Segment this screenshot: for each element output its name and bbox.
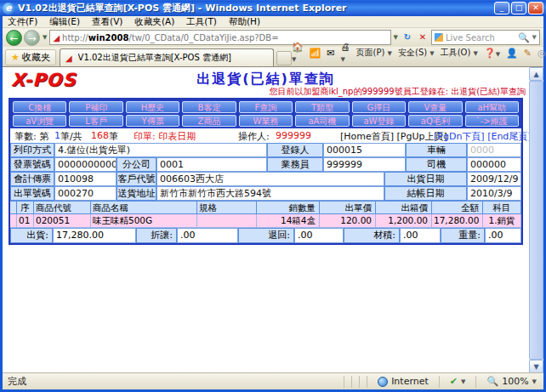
- btn-voucher[interactable]: Y傳票: [126, 115, 179, 127]
- print-icon[interactable]: 🖨▼: [341, 42, 350, 64]
- btn-pick-date[interactable]: G擇日: [352, 101, 406, 113]
- active-tab[interactable]: ◢ V1.02出退貨已結單查詢[X-POS 雲通網]: [60, 48, 274, 66]
- driver-field[interactable]: 000000: [467, 157, 521, 172]
- total-discount-label: 折讓:: [136, 228, 177, 243]
- zoom-dropdown-icon[interactable]: ▼: [532, 378, 537, 385]
- forward-button[interactable]: →: [24, 30, 40, 46]
- btn-browse[interactable]: aV浏覽: [13, 115, 66, 127]
- ship-date-label: 出貨日期: [384, 172, 467, 186]
- home-icon[interactable]: 🏠▼: [292, 42, 304, 64]
- close-date-field[interactable]: 2010/3/9: [467, 186, 521, 201]
- vertical-scrollbar[interactable]: ▲ ▼: [529, 67, 543, 372]
- record-total: 168: [91, 130, 109, 141]
- voucher-field[interactable]: 010098: [54, 172, 117, 186]
- btn-reprint[interactable]: P補印: [69, 101, 122, 113]
- zoom-level: 100%: [502, 376, 528, 387]
- window-title: V1.02出退貨已結單查詢[X-POS 雲通網] - Windows Inter…: [18, 2, 494, 14]
- btn-history[interactable]: H歷史: [126, 101, 179, 113]
- btn-driver[interactable]: aA司機: [295, 115, 349, 127]
- cell-qty: 14箱4盒: [257, 214, 320, 228]
- menu-tools[interactable]: 工具(T): [186, 16, 217, 28]
- url-text: http://win2008/tw/0_CData/0_CDataYiJie.a…: [62, 33, 278, 43]
- addon-circle-icon[interactable]: ◎: [537, 48, 546, 59]
- operator-label: 操作人:: [238, 130, 270, 143]
- login-user-field[interactable]: 000015: [323, 143, 406, 157]
- menu-edit[interactable]: 编辑(E): [49, 16, 80, 28]
- branch-field[interactable]: 0001: [156, 157, 267, 172]
- customer-code-label: 客戶代號: [117, 172, 156, 186]
- new-tab-stub[interactable]: [276, 51, 292, 65]
- driver-label: 司機: [406, 157, 467, 172]
- order-no-field[interactable]: 000270: [54, 186, 117, 201]
- address-dropdown-icon[interactable]: ▼: [394, 34, 398, 41]
- btn-customer-set[interactable]: B客定: [182, 101, 236, 113]
- cell-box-price: 1,200.00: [376, 214, 432, 228]
- minimize-button[interactable]: _: [494, 2, 509, 14]
- page-favicon-icon: ◢: [53, 33, 60, 43]
- btn-query[interactable]: F查詢: [239, 101, 293, 113]
- ship-date-field[interactable]: 2009/12/9: [467, 172, 521, 186]
- scroll-up-icon[interactable]: ▲: [529, 67, 543, 81]
- menu-bar: 文件(F) 编辑(E) 查看(V) 收藏夹(A) 工具(T) 帮助(H): [3, 16, 543, 28]
- tab-bar: ★ 收藏夹 ◢ V1.02出退貨已結單查詢[X-POS 雲通網] 🏠▼ 📶 ✉ …: [3, 47, 543, 66]
- menu-file[interactable]: 文件(F): [8, 16, 37, 28]
- safety-menu-button[interactable]: 安全(S) ▼: [398, 47, 435, 59]
- close-button[interactable]: ✕: [528, 2, 543, 14]
- addon-edit-icon[interactable]: ✎: [524, 48, 532, 59]
- vehicle-field[interactable]: 0000: [467, 143, 521, 157]
- zoom-control[interactable]: 🔍 100% ▼: [480, 376, 543, 387]
- menu-view[interactable]: 查看(V): [92, 16, 122, 28]
- main-panel: C換檔 P補印 H歷史 B客定 F查詢 T類型 G擇日 V查量 aH幫助 aV浏…: [9, 98, 523, 245]
- menu-favorites[interactable]: 收藏夹(A): [134, 16, 174, 28]
- cell-account: 1.銷貨: [483, 214, 521, 228]
- page-menu-button[interactable]: 页面(P) ▼: [356, 47, 392, 59]
- btn-login[interactable]: aW登錄: [352, 115, 406, 127]
- scroll-down-icon[interactable]: ▼: [529, 360, 543, 372]
- back-button[interactable]: ←: [6, 30, 22, 46]
- customer-code-field[interactable]: 006603西大店: [156, 172, 384, 186]
- protected-mode-indicator[interactable]: ✔ ▼: [443, 376, 473, 387]
- table-row[interactable]: 01 020051 味王味精500G 14箱4盒 120.00 1,200.00…: [10, 214, 521, 228]
- btn-product[interactable]: Z商品: [182, 115, 236, 127]
- btn-maintain[interactable]: `->維護: [465, 115, 519, 127]
- btn-sales[interactable]: W業務: [239, 115, 293, 127]
- items-table-header: 序 商品代號 商品名稱 規格 銷數量 出單價 出箱價 全額 科目: [10, 201, 521, 214]
- btn-type[interactable]: T類型: [295, 101, 349, 113]
- maximize-button[interactable]: □: [511, 2, 526, 14]
- btn-help[interactable]: aH幫助: [465, 101, 519, 113]
- menu-help[interactable]: 帮助(H): [229, 16, 260, 28]
- status-text: 完成: [3, 375, 340, 388]
- help-icon[interactable]: ❓▼: [484, 48, 500, 59]
- cell-product-name: 味王味精500G: [91, 214, 197, 228]
- print-mode-select[interactable]: 4.儲位(出貨先單): [54, 143, 267, 157]
- invoice-field[interactable]: 0000000000: [54, 157, 117, 172]
- delivery-address-field[interactable]: 新竹市新竹市西大路594號: [156, 186, 384, 201]
- zoom-magnifier-icon: 🔍: [486, 376, 498, 387]
- addon-person-icon[interactable]: 👤: [506, 48, 518, 59]
- tools-menu-button[interactable]: 工具(O) ▼: [441, 47, 478, 59]
- order-no-label: 出單號碼: [10, 186, 54, 201]
- read-mail-icon[interactable]: ✉: [327, 48, 334, 59]
- btn-customer[interactable]: L客戶: [69, 115, 122, 127]
- form-row-print-mode: 列印方式 4.儲位(出貨先單) 登錄人 000015 車輛 0000: [10, 143, 521, 157]
- favorites-button[interactable]: ★ 收藏夹: [5, 49, 56, 65]
- title-bar: e V1.02出退貨已結單查詢[X-POS 雲通網] - Windows Int…: [0, 0, 546, 16]
- total-volume-label: 材積:: [344, 228, 400, 243]
- btn-change-file[interactable]: C換檔: [13, 101, 66, 113]
- search-provider-icon: [435, 33, 443, 42]
- salesman-label: 業務員: [267, 157, 323, 172]
- history-dropdown-icon[interactable]: ▼: [43, 34, 47, 41]
- scrollbar-thumb[interactable]: [529, 81, 543, 360]
- feeds-icon[interactable]: 📶: [310, 48, 321, 59]
- total-return-value: .00: [294, 228, 344, 243]
- operator-value: 999999: [276, 130, 311, 141]
- protected-mode-dropdown-icon[interactable]: ▼: [461, 378, 465, 385]
- salesman-field[interactable]: 999999: [323, 157, 406, 172]
- form-row-order: 出單號碼 000270 送貨地址 新竹市新竹市西大路594號 結帳日期 2010…: [10, 186, 521, 201]
- btn-check-qty[interactable]: V查量: [408, 101, 462, 113]
- nav-keys-home-pgup: [Home首頁] [PgUp上頁]: [340, 130, 447, 143]
- total-volume-value: .00: [400, 228, 441, 243]
- record-info-row: 筆數: 第 1 筆/共 168 筆 印單: 印表日期 操作人: 999999 […: [10, 128, 521, 143]
- search-dropdown-icon[interactable]: ▼: [532, 34, 537, 41]
- btn-profit[interactable]: aQ毛利: [408, 115, 462, 127]
